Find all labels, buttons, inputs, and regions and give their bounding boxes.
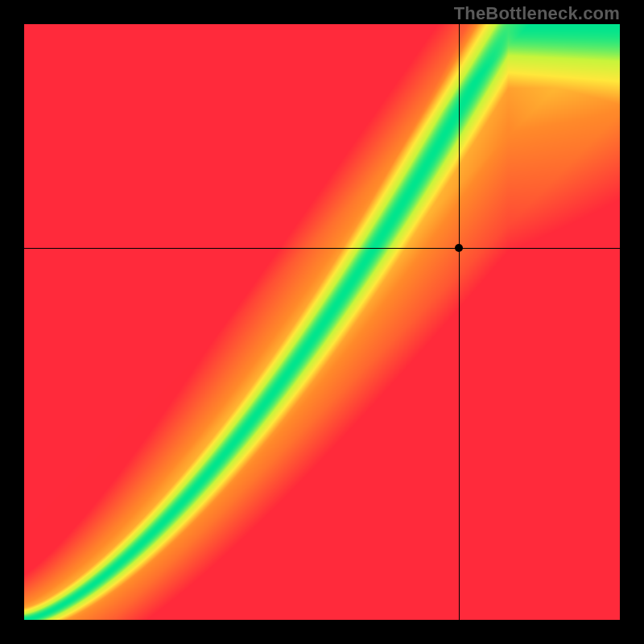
crosshair-vertical: [459, 24, 460, 620]
heatmap-canvas: [24, 24, 620, 620]
chart-frame: TheBottleneck.com: [0, 0, 644, 644]
crosshair-horizontal: [24, 248, 620, 249]
heatmap-plot: [24, 24, 620, 620]
watermark-text: TheBottleneck.com: [454, 3, 620, 24]
marker-dot: [455, 244, 463, 252]
